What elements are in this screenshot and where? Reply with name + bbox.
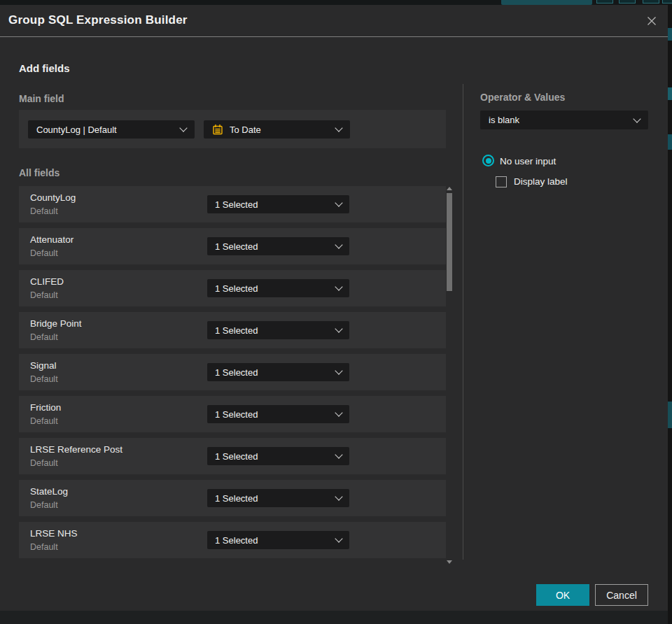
- field-name: Bridge Point: [30, 318, 82, 329]
- background-toolbar-box: [596, 0, 613, 3]
- group-sql-expression-builder-dialog: Group SQL Expression Builder Add fields …: [0, 5, 668, 611]
- no-user-input-label: No user input: [500, 156, 556, 166]
- field-row: LRSE Reference Post Default 1 Selected: [19, 438, 446, 474]
- chevron-down-icon: [335, 534, 342, 542]
- chevron-down-icon: [179, 124, 187, 132]
- field-row: CLIFED Default 1 Selected: [19, 270, 446, 306]
- field-name: Attenuator: [30, 234, 74, 245]
- field-subtitle: Default: [30, 206, 58, 216]
- scrollbar-up-arrow[interactable]: [447, 187, 452, 190]
- chevron-down-icon: [335, 325, 342, 332]
- operator-select[interactable]: is blank: [480, 111, 648, 129]
- background-accent-segment: [668, 28, 672, 41]
- background-toolbar-box: [662, 0, 672, 3]
- chevron-down-icon: [335, 492, 342, 500]
- all-fields-list: CountyLog Default 1 Selected Attenuator …: [19, 186, 446, 564]
- field-name: CountyLog: [30, 192, 76, 203]
- field-row: StateLog Default 1 Selected: [19, 480, 446, 516]
- main-field-select-value: CountyLog | Default: [36, 125, 117, 135]
- field-selection-value: 1 Selected: [215, 199, 258, 210]
- field-selection-value: 1 Selected: [215, 535, 258, 546]
- operator-select-value: is blank: [489, 115, 519, 125]
- main-field-attribute-select[interactable]: To Date: [204, 120, 350, 139]
- field-subtitle: Default: [30, 416, 58, 426]
- field-row: CountyLog Default 1 Selected: [19, 186, 446, 222]
- field-selection-dropdown[interactable]: 1 Selected: [207, 405, 349, 423]
- field-row: LRSE NHS Default 1 Selected: [19, 522, 446, 558]
- field-selection-dropdown[interactable]: 1 Selected: [207, 321, 349, 339]
- background-app-strip: Live view: [0, 0, 672, 5]
- field-subtitle: Default: [30, 332, 58, 342]
- close-icon: [646, 15, 657, 27]
- field-selection-dropdown[interactable]: 1 Selected: [207, 279, 349, 297]
- field-subtitle: Default: [30, 458, 58, 468]
- field-selection-value: 1 Selected: [215, 325, 258, 336]
- scrollbar-down-arrow[interactable]: [447, 560, 452, 564]
- close-button[interactable]: [645, 14, 659, 28]
- field-selection-dropdown[interactable]: 1 Selected: [207, 195, 349, 213]
- field-name: LRSE NHS: [30, 528, 78, 539]
- field-subtitle: Default: [30, 248, 58, 258]
- main-field-container: CountyLog | Default To Date: [19, 110, 446, 148]
- all-fields-label: All fields: [19, 167, 59, 178]
- ok-button[interactable]: OK: [536, 584, 589, 606]
- field-selection-dropdown[interactable]: 1 Selected: [207, 531, 349, 549]
- field-selection-dropdown[interactable]: 1 Selected: [207, 447, 349, 465]
- no-user-input-radio[interactable]: [482, 155, 494, 166]
- calendar-icon: [212, 124, 223, 135]
- background-toolbar-box: [643, 0, 659, 3]
- field-name: CLIFED: [30, 276, 64, 287]
- chevron-down-icon: [335, 199, 342, 206]
- display-label-checkbox[interactable]: [496, 176, 507, 187]
- field-selection-value: 1 Selected: [215, 409, 258, 420]
- field-selection-dropdown[interactable]: 1 Selected: [207, 237, 349, 255]
- chevron-down-icon: [335, 241, 342, 248]
- background-right-strip: [668, 5, 672, 624]
- scrollbar-thumb[interactable]: [447, 193, 452, 291]
- panel-divider: [463, 84, 463, 560]
- chevron-down-icon: [335, 409, 342, 416]
- field-selection-value: 1 Selected: [215, 283, 258, 294]
- field-row: Signal Default 1 Selected: [19, 354, 446, 390]
- field-name: Friction: [30, 402, 61, 413]
- chevron-down-icon: [335, 283, 342, 290]
- background-toolbar-box: [619, 0, 636, 3]
- operator-values-label: Operator & Values: [480, 92, 565, 103]
- field-name: StateLog: [30, 486, 68, 497]
- main-field-attribute-value: To Date: [230, 125, 261, 135]
- live-view-button[interactable]: Live view: [501, 0, 592, 5]
- field-subtitle: Default: [30, 290, 58, 300]
- field-subtitle: Default: [30, 500, 58, 510]
- field-selection-dropdown[interactable]: 1 Selected: [207, 363, 349, 381]
- chevron-down-icon: [633, 115, 640, 122]
- chevron-down-icon: [335, 451, 342, 458]
- screen: Live view Group SQL Expression Builder A…: [0, 0, 672, 624]
- chevron-down-icon: [335, 367, 342, 374]
- cancel-button[interactable]: Cancel: [595, 584, 648, 606]
- field-selection-value: 1 Selected: [215, 241, 258, 252]
- field-selection-dropdown[interactable]: 1 Selected: [207, 489, 349, 507]
- main-field-select[interactable]: CountyLog | Default: [28, 120, 195, 139]
- field-subtitle: Default: [30, 374, 58, 384]
- field-name: Signal: [30, 360, 57, 371]
- main-field-label: Main field: [19, 93, 64, 104]
- field-row: Bridge Point Default 1 Selected: [19, 312, 446, 348]
- chevron-down-icon: [335, 124, 342, 132]
- add-fields-heading: Add fields: [19, 62, 70, 74]
- field-subtitle: Default: [30, 542, 58, 552]
- field-row: Attenuator Default 1 Selected: [19, 228, 446, 264]
- field-selection-value: 1 Selected: [215, 367, 258, 378]
- live-view-label: Live view: [534, 0, 568, 1]
- background-bottom-strip: [0, 611, 668, 624]
- background-accent-segment: [668, 87, 672, 100]
- field-row: Friction Default 1 Selected: [19, 396, 446, 432]
- dialog-title: Group SQL Expression Builder: [8, 13, 188, 27]
- dialog-titlebar: Group SQL Expression Builder: [0, 5, 668, 37]
- display-label-label: Display label: [514, 176, 568, 187]
- background-accent-segment: [668, 402, 672, 428]
- field-selection-value: 1 Selected: [215, 493, 258, 504]
- field-name: LRSE Reference Post: [30, 444, 122, 455]
- background-accent-segment: [668, 134, 672, 150]
- field-selection-value: 1 Selected: [215, 451, 258, 462]
